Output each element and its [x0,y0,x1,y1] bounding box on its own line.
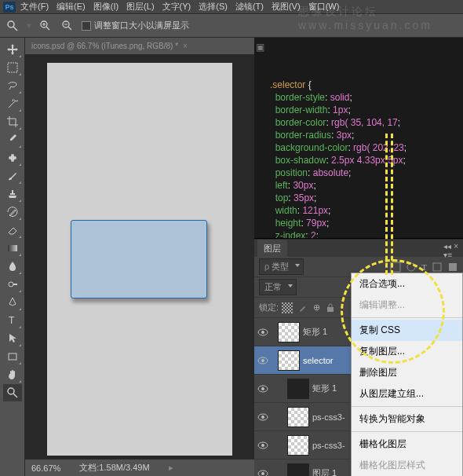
magic-wand-tool[interactable] [3,95,22,112]
tool-palette: T [0,38,25,476]
divider: ▾ [27,20,31,31]
layers-tab[interactable]: 图层 [257,240,287,258]
type-tool[interactable]: T [3,312,22,329]
visibility-icon[interactable] [256,325,270,339]
filesize: 文档:1.58M/3.49M [79,462,149,474]
svg-rect-26 [327,307,334,312]
status-bar: 66.67% 文档:1.58M/3.49M ▸ [25,459,254,476]
svg-point-28 [261,331,264,334]
context-menu-item[interactable]: 转换为智能对象 [352,408,462,430]
menu-image[interactable]: 图像(I) [90,0,122,14]
filter-pixel-icon[interactable] [390,262,401,273]
lock-move-icon[interactable]: ⊕ [313,302,320,313]
photoshop-logo: Ps [3,2,16,13]
eraser-tool[interactable] [3,222,22,239]
context-menu-item[interactable]: 复制 CSS [352,320,462,341]
layer-thumbnail[interactable] [287,435,309,456]
marquee-tool[interactable] [3,59,22,76]
layer-name[interactable]: 矩形 1 [312,383,337,394]
zoom-in-icon[interactable] [38,18,53,34]
context-menu-item[interactable]: 从图层建立组... [352,383,462,405]
move-tool[interactable] [3,41,22,58]
context-menu-item[interactable]: 复制图层... [352,341,462,362]
canvas-viewport[interactable] [25,55,254,459]
svg-rect-23 [282,302,293,313]
fit-window-checkbox[interactable]: 调整窗口大小以满屏显示 [82,20,189,31]
layer-thumbnail[interactable] [278,322,300,342]
menu-type[interactable]: 文字(Y) [159,0,195,14]
chevron-right-icon[interactable]: ▸ [169,463,173,473]
svg-line-8 [68,27,71,30]
selector-shape[interactable] [71,220,207,298]
canvas[interactable] [47,63,232,456]
brush-tool[interactable] [3,167,22,185]
menu-layer[interactable]: 图层(L) [123,0,157,14]
filter-shape-icon[interactable] [432,262,443,273]
svg-rect-14 [13,284,17,285]
panel-menu-icon[interactable]: ◂◂ ×▾≡ [443,242,458,259]
layer-name[interactable]: 图层 1 [312,467,337,476]
zoom-tool-icon[interactable] [5,18,20,34]
rectangle-tool[interactable] [3,348,22,365]
layer-thumbnail[interactable] [287,407,309,427]
zoom-level[interactable]: 66.67% [31,463,60,473]
dodge-tool[interactable] [3,276,22,293]
gradient-tool[interactable] [3,240,22,257]
clone-stamp-tool[interactable] [3,185,22,203]
hand-tool[interactable] [3,366,22,383]
visibility-icon[interactable] [256,410,270,424]
menu-view[interactable]: 视图(V) [268,0,304,14]
layer-name[interactable]: 矩形 1 [303,326,327,338]
svg-rect-21 [433,263,441,271]
zoom-out-icon[interactable] [60,18,75,34]
context-menu-item[interactable]: 混合选项... [352,273,462,295]
close-tab-icon[interactable]: × [183,42,188,50]
layer-name[interactable]: ps-css3- [312,412,345,422]
document-tab[interactable]: icons.psd @ 66.7% (iTunes.png, RGB/8) *× [25,38,254,55]
layer-thumbnail[interactable] [287,463,309,477]
menu-select[interactable]: 选择(S) [195,0,231,14]
lock-transparent-icon[interactable] [282,302,293,313]
visibility-icon[interactable] [256,353,270,368]
spot-heal-tool[interactable] [3,149,22,167]
menubar: Ps 文件(F) 编辑(E) 图像(I) 图层(L) 文字(Y) 选择(S) 滤… [0,0,463,14]
layer-thumbnail[interactable] [278,350,300,371]
eyedropper-tool[interactable] [3,131,22,148]
svg-point-36 [261,444,264,447]
svg-point-20 [407,263,415,271]
fit-window-label: 调整窗口大小以满屏显示 [94,20,189,31]
layer-name[interactable]: ps-css3- [312,441,345,450]
svg-line-1 [13,27,17,31]
menu-edit[interactable]: 编辑(E) [53,0,89,14]
lock-paint-icon[interactable] [297,302,308,313]
filter-adjust-icon[interactable] [406,262,417,273]
context-menu-item[interactable]: 删除图层 [352,362,462,383]
svg-line-18 [13,394,17,397]
filter-smart-icon[interactable] [447,262,458,273]
visibility-icon[interactable] [256,382,270,396]
filter-type-dropdown[interactable]: ρ 类型 [259,258,304,275]
visibility-icon[interactable] [256,467,270,477]
pen-tool[interactable] [3,294,22,311]
path-select-tool[interactable] [3,330,22,347]
lasso-tool[interactable] [3,77,22,94]
svg-point-32 [261,387,264,390]
history-brush-tool[interactable] [3,203,22,221]
svg-rect-9 [8,63,17,72]
menu-window[interactable]: 窗口(W) [305,0,343,14]
blur-tool[interactable] [3,258,22,275]
layer-thumbnail[interactable] [287,379,309,399]
menu-file[interactable]: 文件(F) [17,0,52,14]
context-menu-item[interactable]: 栅格化图层 [352,434,462,455]
visibility-icon[interactable] [256,438,270,452]
menu-filter[interactable]: 滤镜(T) [232,0,267,14]
filter-type-icon[interactable]: T [421,262,427,272]
fold-icon[interactable]: ▣ [254,41,265,53]
svg-rect-22 [449,263,457,271]
blend-mode-dropdown[interactable]: 正常 [259,279,297,295]
lock-all-icon[interactable] [325,302,336,313]
crop-tool[interactable] [3,113,22,130]
zoom-tool-selected[interactable] [3,384,22,401]
svg-point-38 [261,472,264,475]
layer-name[interactable]: selector [303,356,334,365]
